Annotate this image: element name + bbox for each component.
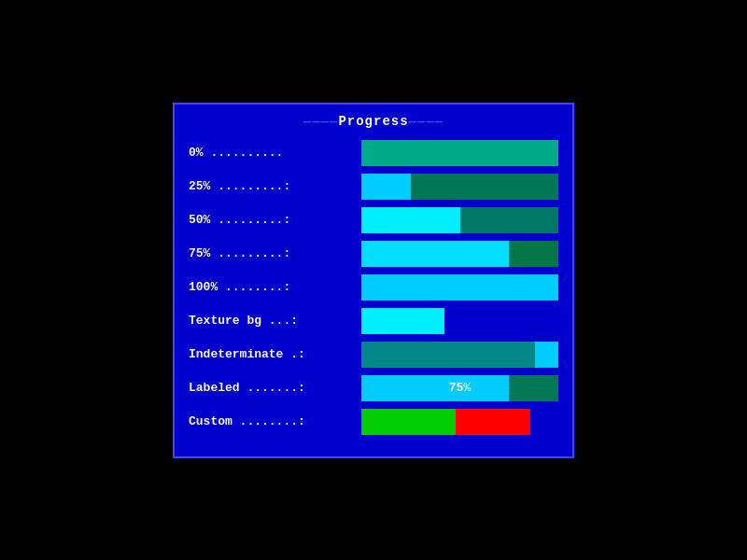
panel-title: Progress [189, 114, 558, 129]
row-custom: Custom ........: [189, 409, 558, 435]
row-indeterminate: Indeterminate .: [189, 342, 558, 368]
row-75-label: 75% .........: [189, 246, 361, 260]
progress-panel: Progress 0% .......... 25% .........: 50… [173, 103, 574, 458]
row-75-bar [361, 241, 558, 267]
row-indeterminate-bar [361, 342, 558, 368]
row-indeterminate-label: Indeterminate .: [189, 347, 361, 361]
custom-red-fill [456, 409, 530, 435]
row-0-percent: 0% .......... [189, 140, 558, 166]
row-25-label: 25% .........: [189, 179, 361, 193]
row-0-label: 0% .......... [189, 146, 361, 160]
row-100-percent: 100% ........: [189, 274, 558, 301]
row-100-bar [361, 274, 558, 301]
row-25-bar [361, 174, 558, 200]
row-100-label: 100% ........: [189, 280, 361, 294]
custom-green-fill [361, 409, 456, 435]
row-texture-label: Texture bg ...: [189, 314, 361, 328]
row-texture-bar [361, 308, 558, 334]
row-labeled: Labeled .......: 75% [189, 375, 558, 401]
row-texture: Texture bg ...: [189, 308, 558, 334]
row-0-bar [361, 140, 558, 166]
row-labeled-text: 75% [361, 375, 558, 401]
row-50-percent: 50% .........: [189, 207, 558, 233]
row-custom-bar [361, 409, 558, 435]
row-75-percent: 75% .........: [189, 241, 558, 267]
row-50-label: 50% .........: [189, 213, 361, 227]
row-labeled-bar: 75% [361, 375, 558, 401]
row-50-bar [361, 207, 558, 233]
row-25-percent: 25% .........: [189, 174, 558, 200]
row-custom-label: Custom ........: [189, 414, 361, 428]
row-labeled-label: Labeled .......: [189, 381, 361, 395]
